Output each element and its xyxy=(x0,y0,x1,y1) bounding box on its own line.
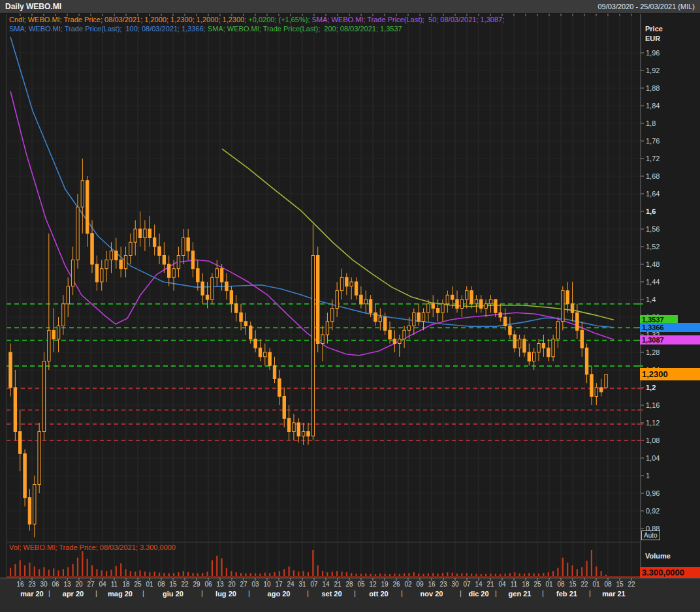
auto-scale-button[interactable]: Auto xyxy=(641,530,660,540)
price-tick-1,28: 1,28 xyxy=(646,348,685,356)
price-chart-plot[interactable] xyxy=(0,0,700,612)
x-axis-month-separator: | xyxy=(142,589,144,597)
price-tick-1,48: 1,48 xyxy=(646,260,685,268)
sma-100-price-flag: 1,3366 xyxy=(640,323,700,332)
x-axis-month-set-20: set 20 xyxy=(309,590,355,598)
chart-title: Daily WEBO.MI xyxy=(0,2,61,11)
price-tick-1,76: 1,76 xyxy=(646,137,685,145)
price-axis-currency: EUR xyxy=(645,35,660,42)
last-price-flag: 1,2300 xyxy=(640,368,700,380)
price-tick-1,12: 1,12 xyxy=(646,419,685,427)
price-tick-1,84: 1,84 xyxy=(646,102,685,110)
x-axis-month-apr-20: apr 20 xyxy=(50,590,96,598)
volume-legend-segment-0: Vol; WEBO.MI; Trade Price; 08/03/2021; 3… xyxy=(9,543,176,551)
price-tick-1,04: 1,04 xyxy=(646,454,685,462)
price-tick-1,88: 1,88 xyxy=(646,84,685,92)
x-axis-month-ago-20: ago 20 xyxy=(256,590,302,598)
sma-50-price-flag: 1,3087 xyxy=(640,335,700,344)
chart-date-range: 09/03/2020 - 25/03/2021 (MIL) xyxy=(597,3,700,10)
chart-legend-line1: Cndl; WEBO.MI; Trade Price; 08/03/2021; … xyxy=(9,16,504,23)
x-axis-month-ott-20: ott 20 xyxy=(356,590,402,598)
x-axis-month-mar-21: mar 21 xyxy=(591,590,637,598)
price-tick-1,4: 1,4 xyxy=(646,296,685,303)
x-axis-month-feb-21: feb 21 xyxy=(544,590,590,598)
price-tick-1,64: 1,64 xyxy=(646,190,685,198)
x-axis-month-separator: | xyxy=(401,589,403,597)
price-tick-1,16: 1,16 xyxy=(646,401,685,409)
candlestick-series xyxy=(9,159,607,538)
sma-200-line xyxy=(222,149,614,320)
price-tick-1,96: 1,96 xyxy=(646,49,685,57)
x-axis-day-52: 22 xyxy=(624,581,639,588)
price-tick-0,96: 0,96 xyxy=(646,489,685,497)
volume-axis-title: Volume xyxy=(645,552,671,560)
x-axis-month-giu-20: giu 20 xyxy=(150,590,196,598)
price-axis-title: Price xyxy=(645,25,663,33)
price-tick-1,2: 1,2 xyxy=(646,384,685,391)
legend1-segment-1: +0,0200; (+1,65%); xyxy=(248,16,311,23)
price-tick-1,8: 1,8 xyxy=(646,119,685,127)
chart-window: Daily WEBO.MI 09/03/2020 - 25/03/2021 (M… xyxy=(0,0,700,612)
price-tick-1,6: 1,6 xyxy=(646,207,685,215)
x-axis-month-nov-20: nov 20 xyxy=(409,590,454,598)
horizontal-alert-lines xyxy=(7,304,640,440)
volume-series xyxy=(10,550,607,577)
x-axis-month-gen-21: gen 21 xyxy=(497,590,543,598)
legend2-segment-0: SMA; WEBO.MI; Trade Price(Last); 100; 08… xyxy=(9,25,208,33)
price-tick-1,44: 1,44 xyxy=(646,278,685,286)
x-axis-month-separator: | xyxy=(248,589,250,597)
price-tick-1: 1 xyxy=(646,472,685,480)
axis-tick-marks xyxy=(20,13,644,581)
x-axis-month-lug-20: lug 20 xyxy=(203,590,249,598)
price-tick-1,72: 1,72 xyxy=(646,155,685,162)
grid-lines xyxy=(7,13,640,577)
last-volume-flag: 3.300,0000 xyxy=(640,567,700,578)
title-bar: Daily WEBO.MI 09/03/2020 - 25/03/2021 (M… xyxy=(0,0,700,14)
price-tick-1,68: 1,68 xyxy=(646,172,685,180)
price-tick-0,92: 0,92 xyxy=(646,507,685,515)
legend1-segment-0: Cndl; WEBO.MI; Trade Price; 08/03/2021; … xyxy=(9,16,248,23)
chart-legend-line2: SMA; WEBO.MI; Trade Price(Last); 100; 08… xyxy=(9,25,402,33)
legend2-segment-1: SMA; WEBO.MI; Trade Price(Last); 200; 08… xyxy=(208,25,402,33)
price-tick-1,52: 1,52 xyxy=(646,243,685,251)
price-tick-1,08: 1,08 xyxy=(646,436,685,444)
volume-legend: Vol; WEBO.MI; Trade Price; 08/03/2021; 3… xyxy=(9,543,176,551)
legend1-segment-2: SMA; WEBO.MI; Trade Price(Last); 50; 08/… xyxy=(312,16,505,23)
price-tick-1,56: 1,56 xyxy=(646,225,685,233)
x-axis-month-mag-20: mag 20 xyxy=(97,590,143,598)
price-tick-1,92: 1,92 xyxy=(646,67,685,74)
